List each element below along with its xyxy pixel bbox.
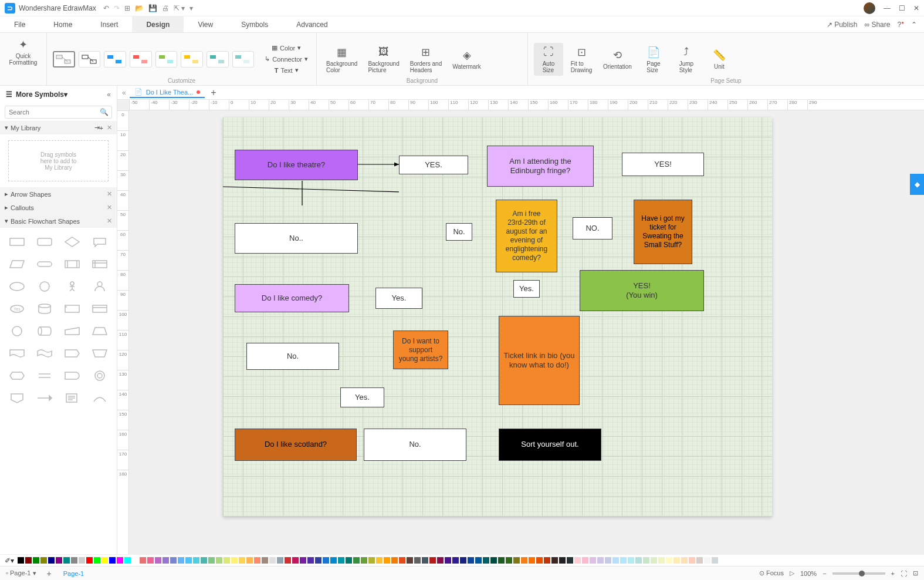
shape-arc[interactable] — [89, 390, 111, 406]
color-swatch[interactable] — [490, 557, 497, 564]
present-icon[interactable]: ▷ — [790, 569, 794, 577]
color-swatch[interactable] — [643, 557, 649, 564]
color-swatch[interactable] — [597, 557, 604, 564]
color-swatch[interactable] — [63, 557, 70, 564]
more-symbols-button[interactable]: ☰ More Symbols ▾« — [0, 86, 117, 103]
color-swatch[interactable] — [155, 557, 161, 564]
color-swatch[interactable] — [323, 557, 329, 564]
canvas[interactable]: -50-40-30-20-100102030405060708090100110… — [117, 100, 924, 554]
shape-diamond[interactable] — [62, 234, 83, 250]
zoom-slider[interactable] — [832, 572, 885, 575]
node-ticket-sweat[interactable]: Have i got my ticket for Sweating the Sm… — [634, 200, 692, 264]
shape-display[interactable] — [89, 301, 111, 317]
document-tab[interactable]: 📄 Do I Like Thea... — [130, 87, 205, 98]
color-swatch[interactable] — [704, 557, 710, 564]
color-swatch[interactable] — [33, 557, 39, 564]
shape-lines[interactable] — [33, 367, 55, 384]
shape-trapezoid[interactable] — [89, 323, 111, 339]
color-swatch[interactable] — [262, 557, 268, 564]
color-swatch[interactable] — [109, 557, 116, 564]
shape-document[interactable] — [6, 345, 28, 362]
export-icon[interactable]: ⇱ ▾ — [174, 4, 185, 12]
node-yes4[interactable]: Yes. — [513, 280, 540, 298]
color-swatch[interactable] — [71, 557, 77, 564]
shape-circle[interactable] — [33, 278, 55, 295]
node-no3[interactable]: No. — [246, 343, 339, 370]
page[interactable]: Do I like theatre? YES. Am I attending t… — [223, 117, 772, 517]
node-ticket-bio[interactable]: Ticket link in bio (you know what to do!… — [499, 316, 580, 405]
unit-button[interactable]: 📏Unit — [705, 46, 734, 72]
color-swatch[interactable] — [163, 557, 169, 564]
close-basic-icon[interactable]: ✕ — [107, 217, 112, 225]
color-swatch[interactable] — [193, 557, 199, 564]
color-swatch[interactable] — [582, 557, 588, 564]
maximize-icon[interactable]: ☐ — [899, 4, 905, 12]
node-yes2[interactable]: YES! — [622, 153, 704, 176]
node-edinburgh[interactable]: Am I attending the Edinburgh fringe? — [487, 146, 594, 187]
menu-symbols[interactable]: Symbols — [227, 16, 282, 32]
shape-delay[interactable] — [62, 367, 83, 384]
quick-formatting-button[interactable]: ✦Quick Formatting — [6, 35, 40, 68]
help-icon[interactable]: ?● — [897, 20, 904, 29]
color-swatch[interactable] — [666, 557, 672, 564]
node-win[interactable]: YES! (You win) — [580, 270, 704, 311]
color-swatch[interactable] — [178, 557, 184, 564]
shape-trapezoid2[interactable] — [89, 345, 111, 362]
color-swatch[interactable] — [140, 557, 146, 564]
shape-parallelogram[interactable] — [6, 256, 28, 272]
eyedropper-icon[interactable]: ✐▾ — [5, 557, 14, 565]
color-swatch[interactable] — [246, 557, 253, 564]
color-swatch[interactable] — [651, 557, 657, 564]
zoom-out-button[interactable]: − — [823, 570, 826, 577]
menu-view[interactable]: View — [184, 16, 227, 32]
node-yes3[interactable]: Yes. — [375, 288, 422, 309]
color-swatch[interactable] — [513, 557, 520, 564]
color-swatch[interactable] — [216, 557, 222, 564]
page-link[interactable]: Page-1 — [63, 570, 84, 577]
color-swatch[interactable] — [315, 557, 321, 564]
node-yes1[interactable]: YES. — [399, 156, 468, 174]
zoom-in-button[interactable]: + — [891, 570, 895, 577]
color-swatch[interactable] — [521, 557, 527, 564]
color-swatch[interactable] — [422, 557, 428, 564]
color-swatch[interactable] — [574, 557, 581, 564]
theme-4[interactable] — [130, 51, 152, 68]
collapse-left-icon[interactable]: « — [122, 89, 126, 97]
orientation-button[interactable]: ⟲Orientation — [600, 46, 635, 72]
color-swatch[interactable] — [18, 557, 24, 564]
color-swatch[interactable] — [147, 557, 154, 564]
save-icon[interactable]: 💾 — [148, 4, 157, 12]
color-swatch[interactable] — [300, 557, 306, 564]
color-swatch[interactable] — [635, 557, 642, 564]
color-swatch[interactable] — [346, 557, 352, 564]
node-no-small[interactable]: No. — [446, 223, 472, 241]
minimize-icon[interactable]: — — [884, 4, 891, 12]
library-dropzone[interactable]: Drag symbols here to add to My Library — [8, 140, 109, 181]
color-swatch[interactable] — [361, 557, 367, 564]
shape-predefined[interactable] — [62, 256, 83, 272]
color-swatch[interactable] — [544, 557, 550, 564]
color-swatch[interactable] — [437, 557, 444, 564]
color-swatch[interactable] — [117, 557, 123, 564]
color-swatch[interactable] — [590, 557, 596, 564]
node-comedy[interactable]: Do I like comedy? — [235, 284, 349, 312]
color-swatch[interactable] — [429, 557, 436, 564]
color-swatch[interactable] — [407, 557, 413, 564]
color-swatch[interactable] — [86, 557, 93, 564]
avatar[interactable] — [864, 2, 875, 14]
right-panel-toggle[interactable]: ◆ — [910, 174, 924, 195]
color-swatch[interactable] — [445, 557, 451, 564]
color-swatch[interactable] — [101, 557, 108, 564]
jump-style-button[interactable]: ⤴Jump Style — [672, 43, 701, 76]
theme-2[interactable] — [79, 51, 101, 68]
shape-tape[interactable] — [33, 345, 55, 362]
shape-ring[interactable] — [89, 367, 111, 384]
color-swatch[interactable] — [612, 557, 619, 564]
color-swatch[interactable] — [79, 557, 85, 564]
focus-button[interactable]: ⊙ Focus — [759, 569, 784, 577]
publish-button[interactable]: ↗ Publish — [827, 21, 858, 29]
color-swatch[interactable] — [391, 557, 398, 564]
close-section-icon[interactable]: ✕ — [107, 124, 112, 131]
shape-note[interactable] — [62, 390, 83, 406]
shape-cylinder-h[interactable] — [33, 323, 55, 339]
